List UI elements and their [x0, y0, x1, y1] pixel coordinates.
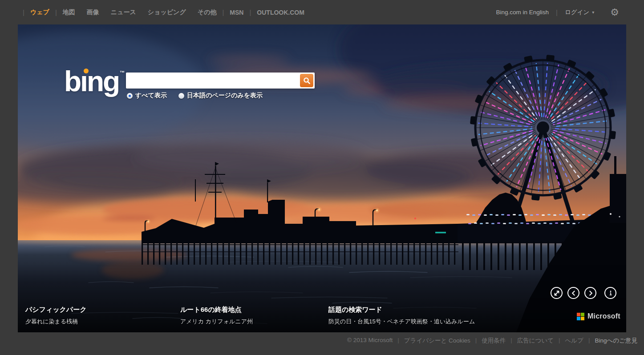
bing-logo-b: b — [64, 65, 80, 97]
chevron-right-icon — [587, 290, 594, 296]
hero-image: bıng™ すべて表示 日本語のページのみを表示 パシフィックパーク 夕暮れに染… — [18, 23, 626, 332]
nav-item-images[interactable]: 画像 — [87, 8, 99, 16]
bing-logo: bıng™ — [64, 67, 125, 96]
radio-unselected-icon — [178, 93, 184, 99]
login-dropdown-caret-icon: ▾ — [592, 10, 594, 15]
caption-title[interactable]: パシフィックパーク — [25, 306, 87, 314]
next-image-button[interactable] — [584, 287, 596, 299]
previous-image-button[interactable] — [567, 287, 579, 299]
footer-link-advertise[interactable]: 広告について — [517, 337, 554, 345]
fullscreen-button[interactable] — [551, 287, 563, 299]
nav-item-maps[interactable]: 地図 — [63, 8, 75, 16]
footer-divider: | — [397, 337, 399, 343]
nav-item-outlook[interactable]: OUTLOOK.COM — [257, 9, 304, 16]
caption-route66: ルート66の終着地点 アメリカ カリフォルニア州 — [180, 306, 253, 326]
footer-link-help[interactable]: ヘルプ — [565, 337, 583, 345]
copyright-text: © 2013 Microsoft — [347, 337, 393, 343]
radio-japanese-only-label: 日本語のページのみを表示 — [187, 92, 263, 100]
footer-divider: | — [510, 337, 512, 343]
top-navigation-bar: | ウェブ | 地図 画像 ニュース ショッピング その他 | MSN | OU… — [0, 0, 644, 24]
caption-pacific-park: パシフィックパーク 夕暮れに染まる桟橋 — [25, 306, 87, 326]
bing-logo-tm: ™ — [120, 70, 125, 75]
microsoft-logo[interactable]: Microsoft — [577, 312, 620, 320]
footer-divider: | — [588, 337, 590, 343]
caption-subtitle: アメリカ カリフォルニア州 — [180, 318, 253, 326]
nav-divider: | — [249, 8, 251, 16]
search-scope-radios: すべて表示 日本語のページのみを表示 — [127, 92, 263, 100]
caption-trending-searches: 話題の検索ワード 防災の日・台風15号・ベネチア映画祭・追い込みルーム — [328, 306, 489, 326]
nav-item-news[interactable]: ニュース — [111, 8, 136, 16]
nav-divider: | — [556, 8, 558, 16]
magnifier-icon — [303, 77, 311, 85]
radio-selected-icon — [127, 93, 133, 99]
caption-title[interactable]: ルート66の終着地点 — [180, 306, 253, 314]
footer-divider: | — [475, 337, 477, 343]
footer-divider: | — [559, 337, 560, 343]
footer-link-privacy[interactable]: プライバシーと Cookies — [404, 337, 470, 345]
bing-in-english-link[interactable]: Bing.com in English — [496, 9, 549, 16]
nav-item-msn[interactable]: MSN — [230, 9, 243, 16]
footer-bar: © 2013 Microsoft | プライバシーと Cookies | 使用条… — [0, 332, 644, 355]
search-button[interactable] — [300, 74, 313, 87]
nav-divider: | — [222, 8, 224, 16]
nav-divider: | — [55, 8, 57, 16]
nav-item-shopping[interactable]: ショッピング — [148, 8, 186, 16]
radio-show-all-label: すべて表示 — [135, 92, 167, 100]
nav-item-web[interactable]: ウェブ — [30, 8, 49, 16]
nav-right-group: Bing.com in English | ログイン ▾ ⚙ — [496, 0, 644, 24]
nav-item-more[interactable]: その他 — [198, 8, 217, 16]
login-link[interactable]: ログイン — [565, 8, 589, 16]
info-icon — [608, 290, 614, 296]
nav-divider: | — [23, 8, 24, 16]
caption-subtitle: 夕暮れに染まる桟橋 — [25, 318, 87, 326]
search-box — [126, 73, 315, 89]
footer-link-terms[interactable]: 使用条件 — [482, 337, 506, 345]
nav-left-group: | ウェブ | 地図 画像 ニュース ショッピング その他 | MSN | OU… — [0, 8, 310, 16]
bing-logo-ng: ng — [87, 65, 119, 97]
footer-link-feedback[interactable]: Bingへのご意見 — [595, 337, 637, 345]
microsoft-squares-icon — [577, 313, 584, 320]
radio-japanese-only[interactable]: 日本語のページのみを表示 — [178, 92, 263, 100]
radio-show-all[interactable]: すべて表示 — [127, 92, 167, 100]
settings-gear-icon[interactable]: ⚙ — [610, 8, 619, 17]
image-info-button[interactable] — [604, 287, 616, 299]
caption-subtitle: 防災の日・台風15号・ベネチア映画祭・追い込みルーム — [328, 318, 489, 326]
expand-icon — [554, 290, 560, 296]
caption-title[interactable]: 話題の検索ワード — [328, 306, 489, 314]
bing-logo-orange-dot — [84, 69, 89, 73]
microsoft-wordmark: Microsoft — [587, 312, 620, 320]
chevron-left-icon — [571, 290, 577, 296]
search-input[interactable] — [126, 73, 299, 89]
